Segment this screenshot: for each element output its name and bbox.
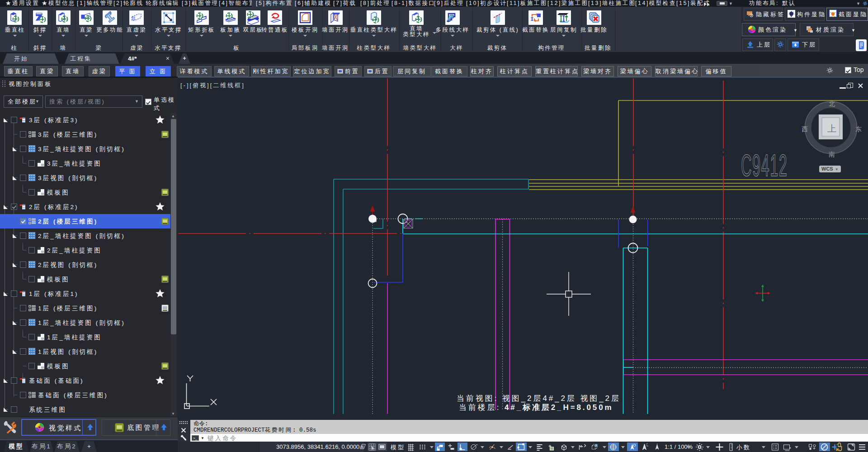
svg-text:板: 板 <box>360 445 364 449</box>
svg-text:C9412: C9412 <box>741 148 788 182</box>
